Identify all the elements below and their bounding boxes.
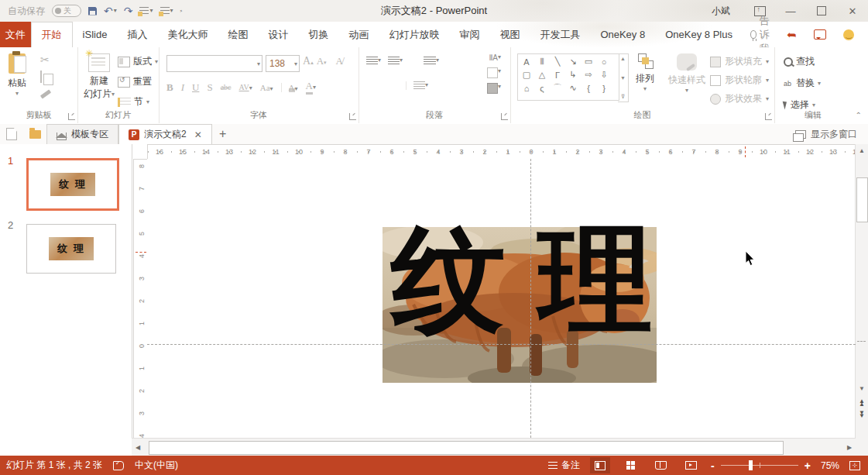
bold-button[interactable]: B [166, 81, 173, 94]
layout-button[interactable]: 版式▾ [118, 55, 158, 68]
spell-check-icon[interactable] [113, 461, 124, 470]
shape-item-2[interactable]: ╲ [550, 55, 565, 68]
new-slide-button[interactable]: 新建 幻灯片▾ [84, 53, 115, 101]
tab-template-zone[interactable]: 模板专区 [46, 124, 118, 144]
new-tab-button[interactable]: + [212, 124, 234, 144]
zoom-in-button[interactable]: + [805, 460, 811, 472]
close-button[interactable]: ✕ [837, 0, 868, 22]
quick-styles-button[interactable]: 快速样式 ▾ [668, 53, 705, 94]
ribbon-tab-OneKey 8 Plus[interactable]: OneKey 8 Plus [655, 22, 743, 47]
next-slide-button[interactable]: ▼▼ [859, 411, 865, 418]
shapes-scroll-down-icon[interactable]: ▼ [620, 75, 626, 81]
font-color-button[interactable]: A▾ [306, 80, 316, 95]
highlight-color-button[interactable]: A▾ [281, 83, 298, 92]
ribbon-tab-美化大师[interactable]: 美化大师 [157, 22, 218, 47]
scroll-down-icon[interactable]: ▼ [856, 382, 868, 394]
shape-item-12[interactable]: ⌂ [519, 81, 534, 95]
numbering-button[interactable]: ▾ [388, 57, 403, 65]
decrease-font-size-button[interactable]: A▾ [317, 55, 327, 72]
ribbon-tab-OneKey 8[interactable]: OneKey 8 [590, 22, 655, 47]
slideshow-view-button[interactable] [681, 457, 701, 473]
vertical-ruler[interactable]: 8765432101234 [133, 159, 149, 439]
qat-customize-button[interactable]: ⸗ [180, 8, 183, 14]
line-spacing-button[interactable]: ▾ [424, 57, 439, 65]
zoom-slider-handle[interactable] [749, 460, 753, 470]
replace-button[interactable]: ab替换▾ [784, 77, 821, 90]
find-button[interactable]: 查找 [784, 55, 821, 68]
ribbon-tab-开发工具[interactable]: 开发工具 [530, 22, 590, 47]
reset-button[interactable]: 重置 [118, 75, 158, 88]
shape-item-13[interactable]: ς [534, 81, 550, 95]
text-direction-button[interactable]: ⫴A▾ [489, 53, 501, 63]
shape-item-8[interactable]: Γ [550, 68, 565, 81]
font-name-combobox[interactable]: ▾ [166, 55, 262, 72]
normal-view-button[interactable] [590, 457, 610, 473]
texture-image[interactable]: 纹理 [383, 227, 657, 383]
ribbon-tab-iSlide[interactable]: iSlide [73, 22, 118, 47]
shape-item-16[interactable]: { [581, 81, 596, 95]
vertical-guide[interactable] [530, 159, 531, 438]
texture-title-text[interactable]: 纹理 [390, 191, 654, 369]
shape-item-0[interactable]: A [519, 55, 534, 68]
zoom-slider-track[interactable] [721, 465, 798, 466]
qat-custom-button-1[interactable]: ▾ [139, 7, 153, 15]
slide-canvas[interactable]: 纹理 [147, 159, 856, 438]
ribbon-tab-切换[interactable]: 切换 [298, 22, 338, 47]
zoom-percentage[interactable]: 75% [821, 460, 839, 471]
previous-slide-button[interactable]: ▲▲ [859, 400, 865, 407]
shape-outline-button[interactable]: 形状轮廓▾ [710, 74, 769, 87]
shape-item-5[interactable]: ○ [596, 55, 612, 68]
open-folder-button[interactable] [23, 124, 46, 144]
shape-item-1[interactable]: ⫴ [534, 55, 550, 68]
paragraph-dialog-launcher-icon[interactable] [501, 113, 508, 120]
shape-item-9[interactable]: ↳ [565, 68, 581, 81]
vertical-scrollbar[interactable]: ▲ ▼ [855, 144, 868, 438]
character-spacing-button[interactable]: AV▾ [239, 83, 252, 91]
qat-custom-button-2[interactable]: ▾ [160, 7, 173, 15]
convert-smartart-button[interactable]: ▾ [487, 83, 501, 94]
font-dialog-launcher-icon[interactable] [349, 113, 356, 120]
maximize-button[interactable] [806, 0, 837, 22]
section-button[interactable]: 节▾ [118, 95, 158, 108]
ribbon-tab-动画[interactable]: 动画 [338, 22, 379, 47]
clipboard-dialog-launcher-icon[interactable] [68, 113, 75, 120]
ribbon-tab-幻灯片放映[interactable]: 幻灯片放映 [379, 22, 449, 47]
shapes-scroll-up-icon[interactable]: ▲ [620, 56, 626, 61]
copy-button[interactable] [40, 71, 51, 82]
ribbon-tab-插入[interactable]: 插入 [117, 22, 157, 47]
clear-formatting-button[interactable]: A̸ [336, 55, 343, 72]
autosave-toggle[interactable]: 关 [52, 5, 81, 17]
undo-button[interactable]: ↶▾ [104, 5, 117, 16]
cut-button[interactable]: ✂ [40, 53, 51, 66]
collapse-ribbon-icon[interactable]: ⌃ [856, 111, 862, 119]
bullets-button[interactable]: ▾ [366, 57, 381, 65]
shape-item-15[interactable]: ∿ [565, 81, 581, 95]
paste-button[interactable]: 粘贴 ▾ [8, 53, 26, 97]
increase-font-size-button[interactable]: A▴ [303, 55, 314, 72]
underline-button[interactable]: U [192, 81, 199, 94]
horizontal-ruler[interactable]: 1615141312111098765432101234567891011121… [147, 144, 857, 160]
minimize-button[interactable]: — [775, 0, 806, 22]
format-painter-button[interactable] [40, 89, 51, 98]
shape-item-3[interactable]: ↘ [565, 55, 581, 68]
account-name[interactable]: 小斌 [712, 5, 730, 18]
ribbon-tab-绘图[interactable]: 绘图 [218, 22, 258, 47]
slide-counter[interactable]: 幻灯片 第 1 张 , 共 2 张 [6, 459, 102, 472]
horizontal-guide[interactable] [147, 344, 856, 345]
save-button[interactable] [88, 7, 97, 15]
align-text-button[interactable]: ▾ [487, 67, 501, 78]
vertical-scrollbar-thumb[interactable] [856, 177, 868, 222]
text-shadow-button[interactable]: S [207, 81, 212, 94]
comments-icon[interactable] [814, 29, 826, 40]
shapes-more-icon[interactable]: ⊽ [621, 94, 625, 100]
ribbon-tab-开始[interactable]: 开始 [31, 22, 73, 47]
columns-button[interactable]: ▾ [406, 81, 428, 90]
font-size-combobox[interactable]: 138▾ [266, 55, 300, 72]
show-multi-window-button[interactable]: 显示多窗口 [795, 124, 868, 144]
scroll-right-icon[interactable]: ▶ [843, 442, 856, 454]
change-case-button[interactable]: Aa▾ [260, 83, 273, 92]
tab-file[interactable]: 文件 [0, 22, 31, 47]
notes-button[interactable]: 备注 [548, 459, 580, 472]
italic-button[interactable]: I [181, 81, 184, 94]
slide-1-thumbnail[interactable]: 纹 理 [26, 158, 119, 211]
